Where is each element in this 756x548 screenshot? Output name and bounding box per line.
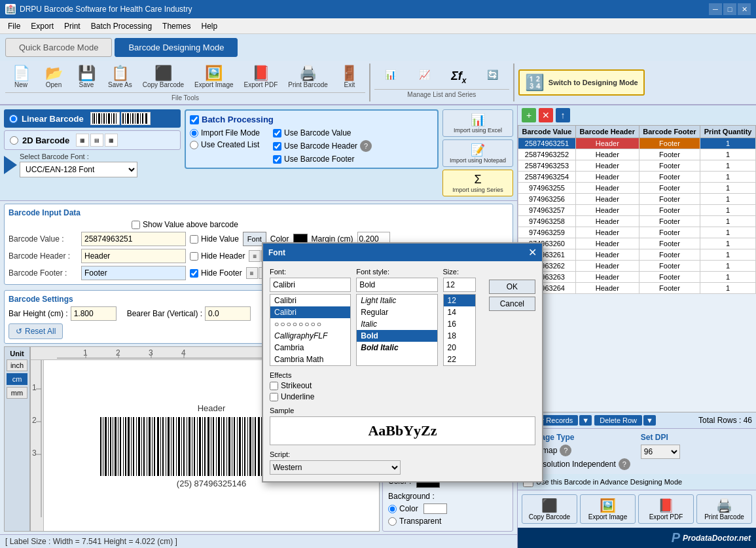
- size-14[interactable]: 14: [444, 306, 475, 318]
- delete-dropdown-arrow[interactable]: ▼: [643, 415, 656, 426]
- table-row[interactable]: 25874963252HeaderFooter1: [518, 149, 756, 160]
- delete-row-btn-top[interactable]: ✕: [539, 108, 553, 122]
- copy-barcode-action-btn[interactable]: ⬛ Copy Barcode: [522, 494, 577, 524]
- export-img-action-btn[interactable]: 🖼️ Export Image: [580, 494, 636, 524]
- footer-align-left[interactable]: ≡: [246, 267, 258, 279]
- table-row[interactable]: 974963257HeaderFooter1: [518, 205, 756, 216]
- save-button[interactable]: 💾 Save: [71, 64, 102, 91]
- hide-footer-label[interactable]: Hide Footer: [190, 268, 242, 278]
- style-italic[interactable]: Italic: [357, 318, 437, 330]
- move-up-btn[interactable]: ↑: [556, 108, 570, 122]
- batch-use-header[interactable]: Use Barcode Header ?: [273, 140, 372, 152]
- underline-check[interactable]: [270, 393, 278, 401]
- batch-use-footer[interactable]: Use Barcode Footer: [273, 155, 372, 164]
- menu-print[interactable]: Print: [59, 20, 86, 32]
- table-row[interactable]: 974963258HeaderFooter1: [518, 216, 756, 227]
- font-ok-btn[interactable]: OK: [489, 280, 535, 294]
- font-item-cambria-math[interactable]: Cambria Math: [270, 354, 350, 365]
- bitmap-help-btn[interactable]: ?: [560, 445, 571, 456]
- font-item-calibri1[interactable]: Calibri: [270, 295, 350, 306]
- size-22[interactable]: 22: [444, 354, 475, 365]
- header-input[interactable]: [81, 249, 186, 263]
- open-button[interactable]: 📂 Open: [38, 64, 69, 91]
- style-bold[interactable]: Bold: [357, 330, 437, 342]
- font-size-input[interactable]: [443, 278, 476, 292]
- manage-list-btn[interactable]: 📊: [374, 67, 407, 88]
- font-name-input[interactable]: [270, 278, 351, 292]
- font-cancel-btn[interactable]: Cancel: [489, 297, 535, 311]
- table-row[interactable]: 974963261HeaderFooter1: [518, 249, 756, 261]
- import-excel-btn[interactable]: 📊 Import using Excel: [442, 109, 513, 137]
- table-row[interactable]: 974963260HeaderFooter1: [518, 238, 756, 249]
- hide-footer-check[interactable]: [190, 269, 198, 278]
- size-18[interactable]: 18: [444, 330, 475, 342]
- font-dialog-close[interactable]: ✕: [528, 246, 537, 259]
- new-button[interactable]: 📄 New: [5, 64, 37, 91]
- add-row-btn[interactable]: +: [522, 108, 536, 122]
- unit-inch-btn[interactable]: inch: [7, 359, 27, 371]
- footer-input[interactable]: [81, 266, 186, 280]
- size-20[interactable]: 20: [444, 342, 475, 354]
- batch-use-created[interactable]: Use Created List: [190, 140, 260, 149]
- export-pdf-action-btn[interactable]: 📕 Export PDF: [638, 494, 694, 524]
- style-regular[interactable]: Regular: [357, 306, 437, 318]
- header-align-left[interactable]: ≡: [249, 250, 261, 262]
- export-pdf-button[interactable]: 📕 Export PDF: [240, 64, 283, 91]
- saveas-button[interactable]: 📋 Save As: [103, 64, 137, 91]
- size-24[interactable]: 24: [444, 365, 475, 366]
- bg-transparent-option[interactable]: Transparent: [388, 517, 507, 526]
- menu-batch[interactable]: Batch Processing: [86, 20, 157, 32]
- font-dropdown[interactable]: UCC/EAN-128 Font: [20, 162, 137, 177]
- show-above-check[interactable]: [132, 221, 140, 229]
- import-notepad-btn[interactable]: 📝 Import using Notepad: [442, 139, 513, 167]
- size-16[interactable]: 16: [444, 318, 475, 330]
- value-input[interactable]: [81, 232, 186, 246]
- hide-header-check[interactable]: [190, 252, 198, 261]
- switch-mode-button[interactable]: 🔢 Switch to Designing Mode: [518, 69, 645, 96]
- exit-button[interactable]: 🚪 Exit: [334, 64, 365, 91]
- copy-barcode-button[interactable]: ⬛ Copy Barcode: [138, 64, 189, 91]
- size-12[interactable]: 12: [444, 295, 475, 306]
- close-button[interactable]: ✕: [738, 3, 751, 15]
- batch-import-file[interactable]: Import File Mode: [190, 128, 260, 137]
- table-row[interactable]: 25874963253HeaderFooter1: [518, 160, 756, 172]
- header-help-btn[interactable]: ?: [360, 140, 372, 152]
- tab-designing-mode[interactable]: Barcode Designing Mode: [115, 38, 238, 57]
- menu-themes[interactable]: Themes: [157, 20, 196, 32]
- font-item-calibri2[interactable]: Calibri: [270, 306, 350, 318]
- dpi-select[interactable]: 96 150 300: [641, 445, 680, 459]
- tab-quick-mode[interactable]: Quick Barcode Mode: [5, 38, 112, 57]
- print-barcode-button[interactable]: 🖨️ Print Barcode: [283, 64, 333, 91]
- unit-mm-btn[interactable]: mm: [7, 387, 27, 399]
- resolution-help-btn[interactable]: ?: [619, 458, 630, 470]
- table-row[interactable]: 974963259HeaderFooter1: [518, 227, 756, 238]
- table-row[interactable]: 974963264HeaderFooter1: [518, 283, 756, 294]
- clear-dropdown-arrow[interactable]: ▼: [579, 415, 592, 426]
- table-row[interactable]: 974963256HeaderFooter1: [518, 194, 756, 205]
- font-item-shapes[interactable]: ○○○○○○○○: [270, 318, 350, 330]
- formula-btn[interactable]: Σfx: [442, 67, 475, 88]
- strikeout-check[interactable]: [270, 382, 278, 390]
- font-style-input[interactable]: [356, 278, 437, 292]
- font-item-cambria[interactable]: Cambria: [270, 342, 350, 354]
- bearer-v-input[interactable]: [205, 306, 251, 321]
- hide-value-label[interactable]: Hide Value: [190, 234, 239, 244]
- batch-checkbox[interactable]: [190, 115, 199, 124]
- export-image-button[interactable]: 🖼️ Export Image: [190, 64, 238, 91]
- maximize-button[interactable]: □: [723, 3, 736, 15]
- bar-height-input[interactable]: [71, 306, 117, 321]
- script-select[interactable]: Western: [270, 460, 401, 475]
- hide-header-label[interactable]: Hide Header: [190, 251, 245, 261]
- unit-cm-btn[interactable]: cm: [7, 373, 27, 385]
- table-row[interactable]: 25874963254HeaderFooter1: [518, 172, 756, 183]
- minimize-button[interactable]: ─: [709, 3, 722, 15]
- 2d-radio[interactable]: [10, 136, 18, 145]
- reset-btn[interactable]: ↺ Reset All: [9, 323, 63, 339]
- table-row[interactable]: 974963262HeaderFooter1: [518, 261, 756, 272]
- font-item-calligraphy[interactable]: CalligraphyFLF: [270, 330, 350, 342]
- menu-export[interactable]: Export: [26, 20, 59, 32]
- import-series-btn[interactable]: Σ Import using Series: [442, 170, 513, 196]
- manage-series-btn2[interactable]: 📈: [408, 67, 441, 88]
- linear-radio[interactable]: [9, 115, 18, 123]
- menu-file[interactable]: File: [3, 20, 26, 32]
